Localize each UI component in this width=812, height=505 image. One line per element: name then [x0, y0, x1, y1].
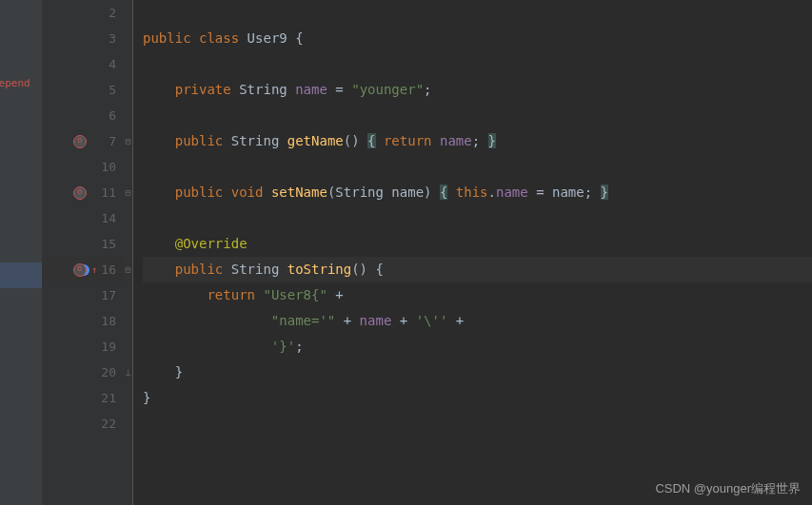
gutter-row[interactable]: 6 [42, 103, 124, 128]
fold-toggle-icon[interactable]: ⊟ [124, 257, 132, 282]
line-number: 18 [97, 314, 116, 328]
code-line[interactable]: private String name = "younger"; [143, 77, 812, 103]
line-number: 21 [97, 391, 116, 405]
gutter-row[interactable]: 17 [42, 282, 124, 308]
line-number: 5 [97, 83, 116, 97]
line-number: 7 [97, 134, 116, 148]
line-number: 15 [97, 237, 116, 251]
line-number: 16 [97, 262, 116, 277]
code-line[interactable] [143, 154, 812, 180]
gutter-row[interactable]: 18 [42, 308, 124, 334]
line-number: 17 [97, 288, 116, 302]
line-number: 10 [97, 160, 116, 174]
gutter-row[interactable]: 20 [42, 359, 124, 385]
gutter-row[interactable]: 5 [42, 77, 124, 103]
gutter-row[interactable]: 19 [42, 334, 124, 359]
code-editor[interactable]: public class User9 { private String name… [133, 0, 812, 505]
line-number: 3 [97, 31, 116, 46]
gutter-row[interactable]: 3 [42, 26, 124, 51]
tool-sidebar[interactable]: Depend [0, 0, 42, 505]
watermark-text: CSDN @younger编程世界 [655, 480, 801, 497]
gutter-row[interactable]: 11 [42, 180, 124, 205]
code-line[interactable]: "name='" + name + '\'' + [143, 308, 812, 334]
code-line[interactable] [143, 103, 812, 128]
gutter-row[interactable]: 7 [42, 128, 124, 154]
code-line[interactable] [143, 411, 812, 437]
gutter-row[interactable]: 14 [42, 205, 124, 231]
gutter-row[interactable]: 22 [42, 411, 124, 437]
sidebar-selection [0, 262, 42, 288]
line-gutter[interactable]: 2 3 4 5 6 7 10 11 14 15 ↑ 16 17 18 19 20… [42, 0, 124, 505]
override-icon[interactable] [72, 262, 88, 278]
line-number: 20 [97, 365, 116, 379]
gutter-row[interactable]: 21 [42, 385, 124, 411]
editor-container: Depend 2 3 4 5 6 7 10 11 14 15 ↑ 16 17 1… [0, 0, 812, 505]
gutter-row[interactable]: ↑ 16 [42, 257, 124, 282]
line-number: 11 [97, 185, 116, 200]
fold-gutter[interactable]: ⊟ ⊟ ⊟ ⊥ [124, 0, 133, 505]
fold-end-icon[interactable]: ⊥ [124, 359, 132, 385]
gutter-row[interactable]: 15 [42, 231, 124, 257]
sidebar-label[interactable]: Depend [0, 77, 30, 89]
line-number: 4 [97, 57, 116, 71]
line-number: 14 [97, 211, 116, 225]
code-line[interactable]: '}'; [143, 334, 812, 359]
code-line[interactable]: public class User9 { [143, 26, 812, 51]
code-line[interactable]: @Override [143, 231, 812, 257]
code-line[interactable] [143, 205, 812, 231]
gutter-row[interactable]: 10 [42, 154, 124, 180]
fold-toggle-icon[interactable]: ⊟ [124, 180, 132, 205]
fold-toggle-icon[interactable]: ⊟ [124, 128, 132, 154]
code-line[interactable]: } [143, 359, 812, 385]
gutter-row[interactable]: 4 [42, 51, 124, 77]
line-number: 2 [97, 6, 116, 20]
override-icon[interactable] [72, 134, 88, 149]
line-number: 22 [97, 417, 116, 431]
gutter-row[interactable]: 2 [42, 0, 124, 26]
line-number: 6 [97, 108, 116, 123]
code-line[interactable]: public String getName() { return name; } [143, 128, 812, 154]
code-line[interactable]: public String toString() { [143, 257, 812, 282]
code-line[interactable] [143, 51, 812, 77]
code-line[interactable]: public void setName(String name) { this.… [143, 180, 812, 205]
code-line[interactable]: } [143, 385, 812, 411]
override-icon[interactable] [72, 185, 88, 201]
line-number: 19 [97, 340, 116, 354]
code-line[interactable]: return "User8{" + [143, 282, 812, 308]
code-line[interactable] [143, 0, 812, 26]
